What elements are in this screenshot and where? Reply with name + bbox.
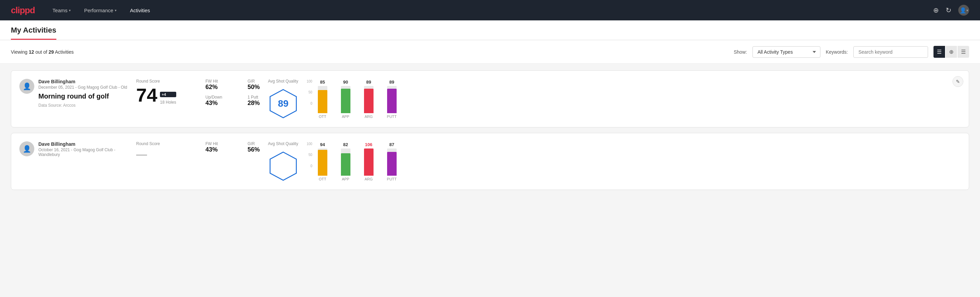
bar-app-container-2 [341, 148, 350, 176]
gir-value-2: 56% [248, 146, 260, 153]
bar-putt-label: PUTT [387, 115, 397, 118]
avg-shot-quality-section-2: Avg Shot Quality 100 50 0 94 [268, 141, 410, 182]
bar-putt-value: 89 [389, 80, 394, 85]
stat-updown: Up/Down 43% [205, 95, 222, 107]
bar-putt-fill [387, 89, 397, 113]
bar-arg-value: 89 [366, 80, 371, 85]
y-axis: 100 50 0 [307, 80, 312, 107]
nav-item-teams[interactable]: Teams ▾ [51, 0, 72, 21]
y-axis-2: 100 50 0 [307, 142, 312, 169]
bar-ott-value-2: 94 [320, 142, 325, 147]
nav-item-performance[interactable]: Performance ▾ [83, 0, 118, 21]
updown-value: 43% [205, 99, 222, 107]
page-header: My Activities [0, 21, 980, 40]
score-display: 74 +4 18 Holes [136, 86, 197, 105]
hexagon-wrapper-2 [268, 151, 299, 182]
bar-ott-2: 94 OTT [315, 142, 330, 181]
score-partial: — [136, 148, 148, 161]
app-logo[interactable]: clippd [11, 5, 35, 16]
fw-hit-label-2: FW Hit [205, 141, 218, 146]
fw-hit-value-2: 43% [205, 146, 218, 153]
avg-quality-label-2: Avg Shot Quality [268, 141, 298, 146]
viewing-total: 29 [49, 49, 54, 55]
bar-putt-2: 87 PUTT [384, 142, 399, 181]
player-name: Dave Billingham [38, 79, 128, 84]
bar-chart: 85 OTT 90 APP [315, 80, 399, 118]
navbar-icons: ⊕ ↻ 👤 ▾ [933, 5, 969, 16]
bar-arg-value-2: 106 [365, 142, 372, 147]
navbar: clippd Teams ▾ Performance ▾ Activities … [0, 0, 980, 21]
1putt-label: 1 Putt [248, 95, 260, 99]
page-title: My Activities [11, 26, 56, 40]
bar-ott-label: OTT [319, 115, 326, 118]
bar-ott-fill [318, 90, 327, 113]
stat-1putt: 1 Putt 28% [248, 95, 260, 107]
activity-card-2: 👤 Dave Billingham October 16, 2021 - Gog… [11, 133, 969, 190]
edit-button[interactable]: ✎ [953, 76, 963, 87]
bar-putt: 89 PUTT [384, 80, 399, 118]
stat-gir-2: GIR 56% [248, 141, 260, 153]
bar-app-label-2: APP [342, 177, 349, 181]
bar-putt-value-2: 87 [389, 142, 394, 147]
stat-fw-hit: FW Hit 62% [205, 79, 218, 91]
bar-arg-label-2: ARG [365, 177, 373, 181]
bar-ott: 85 OTT [315, 80, 330, 118]
refresh-icon[interactable]: ↻ [946, 6, 951, 14]
data-source: Data Source: Arccos [38, 103, 128, 108]
player-name-2: Dave Billingham [38, 141, 128, 147]
view-compact-button[interactable]: ☰ [958, 46, 969, 58]
keyword-input[interactable] [853, 46, 928, 58]
bar-app-value-2: 82 [343, 142, 348, 147]
filter-bar: Viewing 12 out of 29 Activities Show: Al… [0, 40, 980, 64]
activity-date: December 05, 2021 - Gog Magog Golf Club … [38, 85, 128, 90]
player-avatar-2: 👤 [19, 141, 34, 156]
activity-type-dropdown[interactable]: All Activity Types [752, 46, 820, 58]
avatar-icon: 👤 [959, 7, 966, 14]
avg-quality-label: Avg Shot Quality [268, 79, 298, 84]
player-avatar: 👤 [19, 79, 34, 94]
bar-arg-container-2 [364, 148, 374, 176]
score-display-2: — [136, 148, 197, 161]
activity-card: ✎ 👤 Dave Billingham December 05, 2021 - … [11, 70, 969, 128]
bar-ott-container [318, 86, 327, 113]
stats-section-2: FW Hit 43% GIR 56% [205, 141, 260, 153]
avatar-person-icon: 👤 [23, 82, 31, 90]
gir-value: 50% [248, 84, 260, 91]
bar-arg: 89 ARG [361, 80, 376, 118]
teams-chevron-icon: ▾ [69, 8, 71, 12]
updown-label: Up/Down [205, 95, 222, 99]
1putt-value: 28% [248, 99, 260, 107]
bar-app-2: 82 APP [338, 142, 353, 181]
bar-chart-wrapper: 100 50 0 85 OTT 90 [307, 80, 399, 118]
bar-app-label: APP [342, 115, 349, 118]
view-list-button[interactable]: ☰ [934, 46, 945, 58]
score-number: 74 [136, 86, 157, 105]
bar-arg-2: 106 ARG [361, 142, 376, 181]
bar-ott-fill-2 [318, 150, 327, 176]
bar-app: 90 APP [338, 80, 353, 118]
avatar[interactable]: 👤 ▾ [958, 5, 969, 16]
bar-ott-container-2 [318, 148, 327, 176]
round-score-section: Round Score 74 +4 18 Holes [136, 79, 197, 105]
bar-chart-wrapper-2: 100 50 0 94 OTT 82 [307, 142, 399, 181]
bar-app-container [341, 86, 350, 113]
bar-app-fill [341, 89, 350, 113]
nav-item-activities[interactable]: Activities [129, 0, 151, 21]
bar-ott-label-2: OTT [319, 177, 326, 181]
round-score-label-2: Round Score [136, 141, 197, 146]
bar-arg-fill-2 [364, 148, 374, 176]
bar-app-value: 90 [343, 80, 348, 85]
fw-hit-value: 62% [205, 84, 218, 91]
show-label: Show: [734, 49, 747, 55]
round-score-label: Round Score [136, 79, 197, 84]
svg-marker-1 [270, 152, 296, 180]
gir-label-2: GIR [248, 141, 260, 146]
stat-fw-hit-2: FW Hit 43% [205, 141, 218, 153]
content-area: ✎ 👤 Dave Billingham December 05, 2021 - … [0, 64, 980, 202]
stats-section: FW Hit 62% GIR 50% Up/Down 43% 1 Putt 28… [205, 79, 260, 107]
bar-chart-2: 94 OTT 82 APP 106 [315, 142, 399, 181]
add-icon[interactable]: ⊕ [933, 6, 939, 14]
card-left: 👤 Dave Billingham December 05, 2021 - Go… [19, 79, 128, 108]
view-grid-button[interactable]: ⊕ [946, 46, 957, 58]
hexagon-wrapper: 89 [268, 88, 299, 119]
